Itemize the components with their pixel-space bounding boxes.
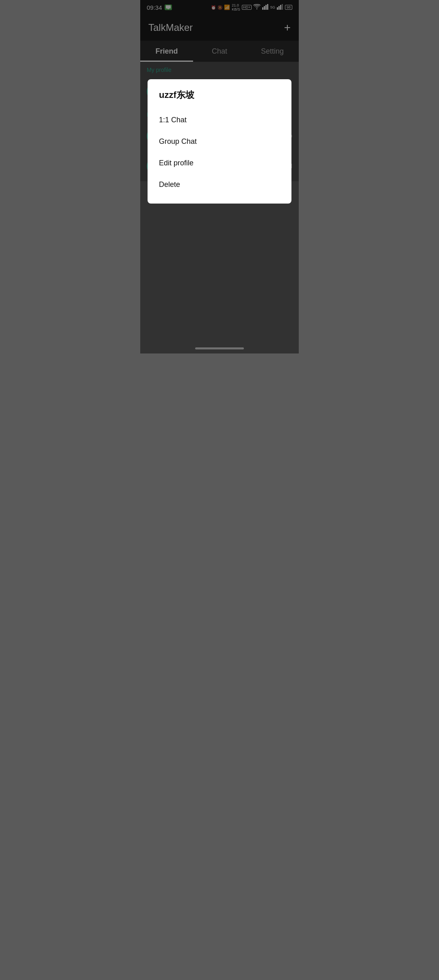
- context-menu: uzzf东坡 1:1 Chat Group Chat Edit profile …: [148, 79, 291, 204]
- context-menu-item-one-to-one[interactable]: 1:1 Chat: [159, 109, 280, 131]
- context-menu-title: uzzf东坡: [159, 89, 280, 101]
- context-menu-item-edit-profile[interactable]: Edit profile: [159, 152, 280, 174]
- context-menu-item-delete[interactable]: Delete: [159, 174, 280, 195]
- context-menu-item-group-chat[interactable]: Group Chat: [159, 131, 280, 152]
